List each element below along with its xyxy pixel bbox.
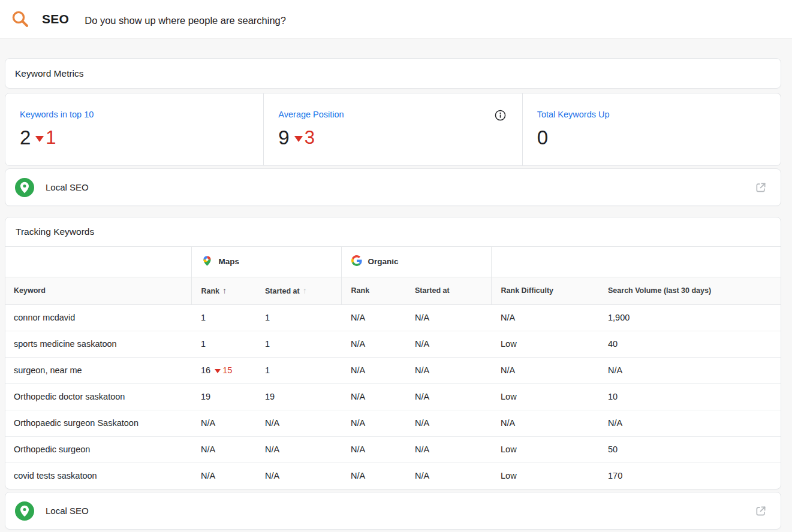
table-row: surgeon, near me 16 15 1 N/A N/A N/A N/A	[5, 357, 781, 383]
metric-label-link[interactable]: Keywords in top 10	[20, 110, 94, 119]
triangle-down-icon	[294, 136, 303, 142]
organic-rank-cell: N/A	[341, 410, 405, 436]
col-organic-started-at: Started at	[405, 277, 491, 304]
search-volume-cell: N/A	[598, 410, 781, 436]
organic-started-at-cell: N/A	[405, 410, 491, 436]
local-seo-card-top[interactable]: Local SEO	[5, 168, 781, 206]
metric-value: 0	[537, 128, 548, 147]
rank-difficulty-cell: Low	[491, 436, 598, 463]
rank-difficulty-cell: N/A	[491, 304, 598, 331]
col-keyword: Keyword	[5, 277, 191, 304]
info-icon[interactable]	[494, 109, 507, 122]
triangle-down-icon	[215, 369, 221, 373]
col-organic-rank: Rank	[341, 277, 405, 304]
search-volume-cell: 50	[598, 436, 781, 463]
maps-started-at-cell: 1	[255, 304, 341, 331]
keyword-cell: covid tests saskatoon	[5, 463, 191, 489]
organic-rank-cell: N/A	[341, 357, 405, 383]
search-icon	[11, 10, 30, 29]
search-volume-cell: 40	[598, 331, 781, 357]
maps-started-at-cell: N/A	[255, 410, 341, 436]
organic-started-at-cell: N/A	[405, 436, 491, 463]
google-maps-icon	[201, 255, 213, 268]
tracking-table-body: connor mcdavid 1 1 N/A N/A N/A 1,900 spo…	[5, 304, 781, 489]
maps-rank-cell: N/A	[191, 436, 255, 463]
organic-rank-cell: N/A	[341, 436, 405, 463]
column-header-row: Keyword Rank↑ Started at↑ Rank Started a…	[5, 277, 781, 304]
metrics-row: Keywords in top 10 2 1 Average Position …	[5, 93, 781, 166]
search-volume-cell: 1,900	[598, 304, 781, 331]
sort-asc-icon: ↑	[303, 286, 307, 295]
keyword-metrics-title: Keyword Metrics	[15, 68, 84, 79]
page-title: SEO	[42, 12, 69, 26]
maps-rank-cell: 19	[191, 383, 255, 410]
external-link-icon[interactable]	[755, 505, 767, 517]
keyword-cell: sports medicine saskatoon	[5, 331, 191, 357]
table-row: Orthopedic doctor saskatoon 19 19 N/A N/…	[5, 383, 781, 410]
organic-rank-cell: N/A	[341, 383, 405, 410]
table-row: Orthopedic surgeon N/A N/A N/A N/A Low 5…	[5, 436, 781, 463]
maps-started-at-cell: 1	[255, 357, 341, 383]
organic-started-at-cell: N/A	[405, 463, 491, 489]
map-pin-icon	[15, 178, 34, 197]
page-tagline: Do you show up where people are searchin…	[85, 13, 286, 26]
keyword-cell: Orthopaedic surgeon Saskatoon	[5, 410, 191, 436]
maps-rank-cell: 16 15	[191, 357, 255, 383]
keyword-metrics-card-header: Keyword Metrics	[5, 58, 781, 89]
tracking-keywords-card: Tracking Keywords	[5, 217, 781, 489]
map-pin-icon	[15, 501, 34, 521]
maps-rank-cell: 1	[191, 331, 255, 357]
rank-difficulty-cell: N/A	[491, 410, 598, 436]
group-header-maps: Maps	[191, 247, 341, 277]
maps-started-at-cell: 19	[255, 383, 341, 410]
metric-label-link[interactable]: Total Keywords Up	[537, 110, 610, 119]
search-volume-cell: 10	[598, 383, 781, 410]
col-search-volume: Search Volume (last 30 days)	[598, 277, 781, 304]
group-header-organic: Organic	[341, 247, 491, 277]
local-seo-card-bottom[interactable]: Local SEO	[5, 492, 781, 530]
maps-started-at-cell: 1	[255, 331, 341, 357]
organic-rank-cell: N/A	[341, 304, 405, 331]
tracking-keywords-table: Maps	[5, 247, 781, 489]
group-header-empty	[5, 247, 191, 277]
metric-delta: 3	[294, 128, 315, 147]
metric-average-position: Average Position 9 3	[264, 93, 522, 166]
local-seo-label: Local SEO	[46, 506, 89, 516]
rank-difficulty-cell: Low	[491, 331, 598, 357]
maps-started-at-cell: N/A	[255, 436, 341, 463]
keyword-cell: Orthopedic surgeon	[5, 436, 191, 463]
sort-asc-icon: ↑	[222, 286, 227, 295]
organic-rank-cell: N/A	[341, 331, 405, 357]
maps-started-at-cell: N/A	[255, 463, 341, 489]
metric-label-link[interactable]: Average Position	[278, 110, 344, 119]
col-maps-started-at[interactable]: Started at↑	[255, 277, 341, 304]
keyword-cell: Orthopedic doctor saskatoon	[5, 383, 191, 410]
organic-started-at-cell: N/A	[405, 383, 491, 410]
search-volume-cell: N/A	[598, 357, 781, 383]
app-header: SEO Do you show up where people are sear…	[0, 0, 792, 39]
search-volume-cell: 170	[598, 463, 781, 489]
maps-rank-cell: 1	[191, 304, 255, 331]
maps-rank-cell: N/A	[191, 410, 255, 436]
google-g-icon	[351, 255, 362, 268]
rank-difficulty-cell: N/A	[491, 357, 598, 383]
col-maps-rank[interactable]: Rank↑	[191, 277, 255, 304]
organic-started-at-cell: N/A	[405, 357, 491, 383]
group-header-metrics	[491, 247, 781, 277]
metric-delta: 1	[35, 128, 56, 147]
organic-started-at-cell: N/A	[405, 304, 491, 331]
triangle-down-icon	[35, 136, 44, 142]
group-header-row: Maps	[5, 247, 781, 277]
group-label-maps: Maps	[219, 257, 240, 266]
tracking-keywords-title: Tracking Keywords	[5, 217, 781, 247]
rank-delta: 15	[215, 365, 232, 375]
table-row: sports medicine saskatoon 1 1 N/A N/A Lo…	[5, 331, 781, 357]
local-seo-label: Local SEO	[46, 182, 89, 192]
external-link-icon[interactable]	[755, 182, 767, 194]
organic-rank-cell: N/A	[341, 463, 405, 489]
keyword-cell: surgeon, near me	[5, 357, 191, 383]
keyword-cell: connor mcdavid	[5, 304, 191, 331]
metric-value: 9	[278, 128, 289, 147]
rank-difficulty-cell: Low	[491, 383, 598, 410]
group-label-organic: Organic	[368, 257, 399, 266]
